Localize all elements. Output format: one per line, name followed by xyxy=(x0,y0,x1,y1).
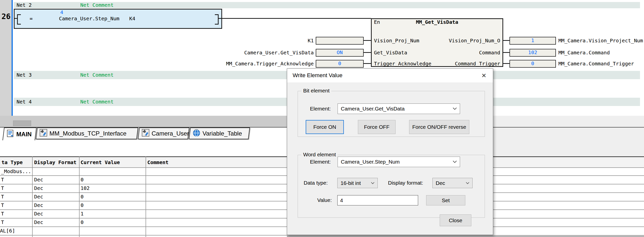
button-label: Set xyxy=(442,197,450,203)
hscrollbar-thumb[interactable] xyxy=(13,121,31,126)
display-format-combobox[interactable]: Dec xyxy=(432,178,473,188)
group-label: Bit element xyxy=(301,88,331,94)
wire xyxy=(221,18,371,19)
fb-output-pin: Vision_Proj_Num_O xyxy=(371,38,500,44)
input-operand[interactable]: MM_Camera.Trigger_Acknowledge xyxy=(211,61,314,67)
cell-data-type: _Modbus... xyxy=(1,168,31,174)
cell-current-value: 0 xyxy=(81,177,84,183)
wire xyxy=(503,63,509,64)
force-on-off-reverse-button[interactable]: Force ON/OFF reverse xyxy=(409,120,469,134)
write-element-value-dialog: Write Element Value ✕ Bit element Elemen… xyxy=(287,68,493,235)
wire xyxy=(364,63,371,64)
button-label: Force ON xyxy=(313,124,336,130)
dialog-close-button[interactable]: Close xyxy=(440,214,471,226)
group-label: Word element xyxy=(301,152,338,158)
net-comment: Net Comment xyxy=(80,2,113,8)
function-block-icon xyxy=(39,129,47,138)
value-label: Value: xyxy=(317,197,332,203)
data-type-label: Data type: xyxy=(304,180,328,186)
dialog-titlebar[interactable]: Write Element Value ✕ xyxy=(287,69,493,82)
input-monitor-box[interactable]: ON xyxy=(316,49,364,57)
cell-current-value: 0 xyxy=(81,194,84,200)
data-type-combobox[interactable]: 16-bit int xyxy=(337,178,378,188)
net-id: Net 3 xyxy=(17,71,32,79)
cell-data-type: T xyxy=(1,185,4,191)
net-comment: Net Comment xyxy=(80,98,113,106)
contact-bracket-right xyxy=(218,14,219,25)
button-label: Force OFF xyxy=(364,124,390,130)
combobox-value: 16-bit int xyxy=(341,180,361,186)
output-operand[interactable]: MM_Camera.Command xyxy=(558,50,644,56)
close-button[interactable]: ✕ xyxy=(478,71,489,81)
net-id: Net 4 xyxy=(17,98,32,106)
combobox-value: Camera_User.Step_Num xyxy=(341,159,400,165)
tab-camera-user[interactable]: Camera_User xyxy=(138,128,189,139)
display-format-label: Display format: xyxy=(388,180,423,186)
compare-constant[interactable]: K4 xyxy=(129,16,135,22)
compare-operand[interactable]: Camera_User.Step_Num xyxy=(59,16,119,22)
output-monitor-box[interactable]: 102 xyxy=(509,49,556,57)
output-operand[interactable]: MM_Camera.Command_Trigger xyxy=(558,61,644,67)
wire xyxy=(364,40,371,41)
net-2-header[interactable]: Net 2 Net Comment xyxy=(14,2,640,8)
wire xyxy=(218,18,221,19)
tab-mm-modbus-tcp-interface[interactable]: MM_Modbus_TCP_Interface xyxy=(36,128,138,139)
word-element-combobox[interactable]: Camera_User.Step_Num xyxy=(338,157,460,167)
column-header-data-type: ta Type xyxy=(2,159,23,165)
cell-data-type: AL[6] xyxy=(0,228,15,234)
tab-label: MAIN xyxy=(16,131,32,138)
cell-display-format: Dec xyxy=(34,211,43,217)
plc-ide-window: 26 Net 2 Net Comment Net 3 Net Comment N… xyxy=(0,0,644,237)
force-off-button[interactable]: Force OFF xyxy=(358,120,396,134)
tab-label: Camera_User xyxy=(152,130,189,137)
fb-output-pin: Command_Trigger xyxy=(371,61,500,67)
set-button[interactable]: Set xyxy=(426,195,465,205)
wire xyxy=(215,14,219,15)
net-comment: Net Comment xyxy=(80,71,113,79)
window-bottom-edge xyxy=(287,235,644,237)
close-icon: ✕ xyxy=(481,72,486,79)
column-header-current-value: Current Value xyxy=(81,159,120,165)
cell-display-format: Dec xyxy=(34,219,43,225)
input-monitor-box[interactable]: 0 xyxy=(316,60,364,68)
chevron-down-icon xyxy=(466,182,469,184)
cell-data-type: T xyxy=(1,194,4,200)
value-input[interactable] xyxy=(337,195,418,205)
output-operand[interactable]: MM_Camera.Vision_Project_Num xyxy=(558,38,644,44)
tab-main[interactable]: MAIN xyxy=(3,128,37,140)
contact-bracket-left xyxy=(17,14,18,25)
cell-current-value: 102 xyxy=(81,185,90,191)
bit-element-combobox[interactable]: Camera_User.Get_VisData xyxy=(338,103,460,114)
input-operand[interactable]: Camera_User.Get_VisData xyxy=(211,50,314,56)
button-label: Force ON/OFF reverse xyxy=(412,124,466,130)
input-operand[interactable]: K1 xyxy=(211,38,314,44)
cell-current-value: 0 xyxy=(81,219,84,225)
element-label: Element: xyxy=(310,106,331,112)
output-monitor-box[interactable]: 1 xyxy=(509,37,556,45)
rung-number: 26 xyxy=(1,12,11,21)
button-label: Close xyxy=(449,217,462,223)
tab-variable-table[interactable]: Variable_Table xyxy=(189,128,250,139)
combobox-value: Dec xyxy=(436,180,445,186)
dialog-title: Write Element Value xyxy=(293,72,343,79)
column-header-comment: Comment xyxy=(147,159,168,165)
cell-display-format: Dec xyxy=(34,202,43,208)
editor-right-margin xyxy=(493,116,644,157)
wire xyxy=(364,52,371,53)
chevron-down-icon xyxy=(371,182,374,184)
input-monitor-box[interactable] xyxy=(316,37,364,45)
wire xyxy=(503,40,509,41)
fb-title: MM_Get_VisData xyxy=(371,19,503,25)
cell-display-format: Dec xyxy=(34,185,43,191)
force-on-button[interactable]: Force ON xyxy=(306,120,344,134)
cell-current-value: 0 xyxy=(81,202,84,208)
combobox-value: Camera_User.Get_VisData xyxy=(341,106,405,112)
function-block-icon xyxy=(142,129,150,138)
column-header-display-format: Display Format xyxy=(34,159,77,165)
cell-data-type: T xyxy=(1,219,4,225)
cell-data-type: T xyxy=(1,202,4,208)
program-icon xyxy=(6,130,14,139)
output-monitor-box[interactable]: 0 xyxy=(509,60,556,68)
fb-output-pin: Command xyxy=(371,50,500,56)
globe-icon xyxy=(192,129,201,138)
